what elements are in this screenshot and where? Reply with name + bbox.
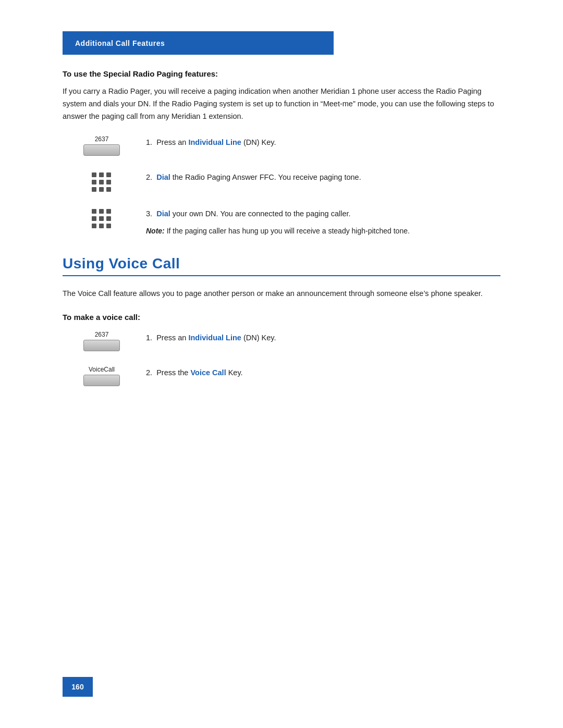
dot: [99, 172, 104, 177]
btn-label-2637: 2637: [95, 135, 109, 143]
dot: [92, 187, 96, 192]
dot: [92, 172, 96, 177]
page: Additional Call Features To use the Spec…: [0, 0, 563, 728]
step1-before: Press an: [156, 138, 188, 146]
dot: [92, 180, 96, 184]
phone-button-2637: 2637: [83, 135, 120, 156]
dot: [92, 209, 96, 214]
note-text: If the paging caller has hung up you wil…: [167, 227, 410, 235]
voice-call-section-title: Using Voice Call: [63, 255, 500, 276]
radio-paging-step-3: 3. Dial your own DN. You are connected t…: [73, 207, 500, 237]
vc-step1-highlight: Individual Line: [188, 334, 241, 342]
step3-content: 3. Dial your own DN. You are connected t…: [146, 207, 500, 237]
dot: [99, 180, 104, 184]
dot: [106, 224, 111, 228]
dot: [92, 224, 96, 228]
dot: [99, 216, 104, 221]
radio-paging-intro: If you carry a Radio Pager, you will rec…: [63, 85, 500, 123]
radio-paging-steps: 2637 1. Press an Individual Line (DN) Ke…: [73, 135, 500, 237]
step3-note: Note: If the paging caller has hung up y…: [146, 225, 500, 237]
btn-rect-1: [83, 144, 120, 156]
header-banner-text: Additional Call Features: [75, 39, 165, 47]
vc-step2-icon: VoiceCall: [73, 366, 130, 386]
vc-step2-highlight: Voice Call: [190, 368, 226, 377]
step2-after: the Radio Paging Answer FFC. You receive…: [170, 173, 361, 181]
vc-step1-after: (DN) Key.: [241, 334, 276, 342]
dot: [106, 209, 111, 214]
step1-after: (DN) Key.: [241, 138, 276, 146]
vc-step1-content: 1. Press an Individual Line (DN) Key.: [146, 331, 500, 344]
vc-step2-content: 2. Press the Voice Call Key.: [146, 366, 500, 379]
step1-text: 1. Press an Individual Line (DN) Key.: [146, 138, 276, 146]
keypad-grid-3: [92, 209, 112, 229]
step2-icon: [73, 170, 130, 192]
page-number: 160: [71, 683, 83, 691]
vc-step1-before: Press an: [156, 334, 188, 342]
radio-paging-step-1: 2637 1. Press an Individual Line (DN) Ke…: [73, 135, 500, 156]
dot: [99, 224, 104, 228]
dot: [106, 172, 111, 177]
radio-paging-step-2: 2. Dial the Radio Paging Answer FFC. You…: [73, 170, 500, 192]
vc-step2-after: Key.: [226, 368, 243, 377]
vc-step-2: VoiceCall 2. Press the Voice Call Key.: [73, 366, 500, 386]
vc-step-1: 2637 1. Press an Individual Line (DN) Ke…: [73, 331, 500, 351]
step2-text: 2. Dial the Radio Paging Answer FFC. You…: [146, 173, 361, 181]
dot: [99, 209, 104, 214]
page-number-badge: 160: [63, 677, 93, 697]
vc-step1-icon: 2637: [73, 331, 130, 351]
vc-step2-text: 2. Press the Voice Call Key.: [146, 368, 243, 377]
dot: [106, 180, 111, 184]
step3-icon: [73, 207, 130, 229]
vc-btn-rect-2: [83, 375, 120, 386]
voice-call-intro: The Voice Call feature allows you to pag…: [63, 288, 500, 300]
voice-call-steps: 2637 1. Press an Individual Line (DN) Ke…: [73, 331, 500, 386]
step3-text: 3. Dial your own DN. You are connected t…: [146, 209, 351, 218]
step1-highlight: Individual Line: [188, 138, 241, 146]
vc-btn-label-2637: 2637: [95, 331, 109, 338]
header-banner: Additional Call Features: [63, 31, 334, 55]
step2-content: 2. Dial the Radio Paging Answer FFC. You…: [146, 170, 500, 183]
vc-btn-label-voicecall: VoiceCall: [89, 366, 115, 373]
step1-icon: 2637: [73, 135, 130, 156]
vc-btn-rect-1: [83, 340, 120, 351]
step1-content: 1. Press an Individual Line (DN) Key.: [146, 135, 500, 149]
step2-highlight: Dial: [156, 173, 170, 181]
step3-highlight: Dial: [156, 209, 170, 218]
note-label: Note:: [146, 227, 165, 235]
radio-paging-subheading: To use the Special Radio Paging features…: [63, 69, 500, 78]
step3-after: your own DN. You are connected to the pa…: [170, 209, 351, 218]
dot: [92, 216, 96, 221]
dot: [106, 187, 111, 192]
vc-phone-button-voicecall: VoiceCall: [83, 366, 120, 386]
dot: [106, 216, 111, 221]
vc-step2-before: Press the: [156, 368, 190, 377]
keypad-grid-2: [92, 172, 112, 192]
vc-step1-text: 1. Press an Individual Line (DN) Key.: [146, 334, 276, 342]
voice-call-subheading: To make a voice call:: [63, 313, 500, 322]
vc-phone-button-2637: 2637: [83, 331, 120, 351]
dot: [99, 187, 104, 192]
